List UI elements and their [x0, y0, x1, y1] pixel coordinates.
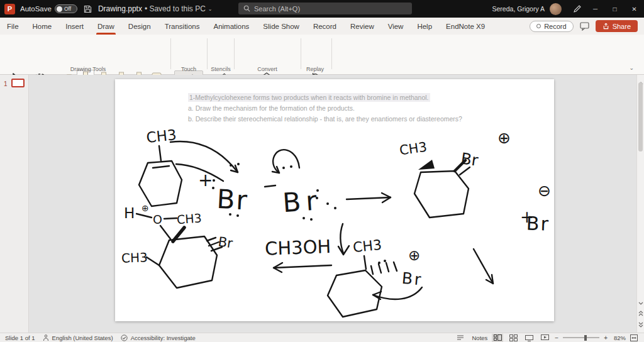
tab-animations[interactable]: Animations — [206, 18, 256, 35]
previous-slide-button[interactable] — [638, 307, 643, 319]
tabrow-right-cluster: Record Share — [530, 18, 644, 35]
slide-thumbnail-pane[interactable]: 1 — [0, 75, 29, 333]
accessibility-status[interactable]: Accessibility: Investigate — [131, 334, 196, 341]
group-label-replay: Replay — [304, 66, 326, 72]
next-slide-button[interactable] — [638, 319, 643, 330]
title-dropdown-chevron[interactable]: ⌄ — [208, 6, 213, 12]
fit-slide-icon — [630, 334, 638, 341]
ink-drawing[interactable]: CH3 + Br Br CH3 Br ⊕ + Br ⊖ H ⊕ O CH3 CH… — [115, 79, 554, 321]
ink-label-ch3-reactant: CH3 — [145, 126, 177, 146]
ink-label-br-right: Br — [282, 185, 323, 218]
fit-slide-to-window-button[interactable] — [630, 334, 638, 341]
tab-record[interactable]: Record — [306, 18, 343, 35]
statusbar-right-cluster: Notes − + 82% — [457, 334, 644, 342]
accessibility-person-icon — [43, 334, 49, 341]
vertical-scrollbar[interactable] — [636, 75, 644, 333]
slide-sorter-view-button[interactable] — [508, 334, 519, 342]
tab-design[interactable]: Design — [121, 18, 158, 35]
record-dot-icon — [536, 24, 541, 28]
comments-button[interactable] — [580, 22, 589, 31]
tab-draw[interactable]: Draw — [91, 18, 121, 35]
document-save-status: • Saved to this PC — [145, 4, 206, 13]
ink-label-ch3-ring-left: CH3 — [121, 250, 148, 265]
autosave-toggle[interactable]: Off — [55, 4, 77, 13]
inking-mode-button[interactable] — [569, 0, 586, 18]
minimize-button[interactable]: ─ — [586, 0, 605, 18]
autosave-state: Off — [64, 6, 71, 12]
reading-view-button[interactable] — [523, 334, 535, 342]
ink-label-ch3-cation: CH3 — [352, 237, 382, 256]
notes-toggle[interactable]: Notes — [472, 334, 487, 341]
notes-icon — [457, 334, 464, 341]
autosave-label: AutoSave — [20, 5, 52, 13]
normal-view-button[interactable] — [492, 334, 503, 342]
tab-file[interactable]: File — [0, 18, 26, 35]
slideshow-button[interactable] — [539, 334, 550, 342]
tab-insert[interactable]: Insert — [58, 18, 91, 35]
maximize-button[interactable]: □ — [605, 0, 625, 18]
user-avatar[interactable] — [550, 3, 562, 15]
save-button[interactable] — [84, 5, 92, 13]
collapse-ribbon-chevron[interactable]: ⌄ — [629, 65, 634, 71]
autosave-toggle-knob — [57, 6, 62, 12]
tab-help[interactable]: Help — [410, 18, 439, 35]
tab-slide-show[interactable]: Slide Show — [256, 18, 306, 35]
scroll-down-arrow[interactable] — [638, 296, 643, 307]
ink-label-h: H — [124, 205, 135, 221]
ink-label-o-plus-charge: ⊕ — [142, 203, 149, 213]
ribbon-draw-contents: ⌄ Drawing Tools Draw with Touch Touch Ru… — [0, 35, 644, 75]
zoom-percentage[interactable]: 82% — [612, 334, 626, 341]
group-label-drawing-tools: Drawing Tools — [13, 66, 164, 72]
share-button-label: Share — [613, 23, 631, 30]
chevron-down-icon — [638, 302, 643, 305]
document-title[interactable]: Drawing.pptx • Saved to this PC ⌄ — [98, 4, 213, 13]
accessibility-check-icon — [121, 334, 128, 341]
group-label-touch: Touch — [174, 66, 203, 72]
ribbon-separator — [234, 38, 235, 69]
zoom-in-button[interactable]: + — [604, 334, 608, 341]
titlebar-right-cluster: Sereda, Grigory A ─ □ ✕ — [492, 0, 644, 18]
title-bar: P AutoSave Off Drawing.pptx • Saved to t… — [0, 0, 644, 18]
slide-indicator[interactable]: Slide 1 of 1 — [5, 334, 35, 341]
ribbon-separator — [170, 38, 171, 69]
user-name[interactable]: Sereda, Grigory A — [492, 5, 545, 13]
tab-review[interactable]: Review — [343, 18, 381, 35]
ribbon-tab-bar: File Home Insert Draw Design Transitions… — [0, 18, 644, 35]
reading-view-icon — [525, 334, 533, 341]
tab-home[interactable]: Home — [26, 18, 59, 35]
ink-label-plus: + — [198, 170, 213, 190]
record-button-label: Record — [544, 23, 566, 30]
tab-view[interactable]: View — [381, 18, 411, 35]
scrollbar-thumb[interactable] — [638, 82, 643, 152]
search-icon — [243, 5, 250, 12]
double-chevron-down-icon — [638, 322, 643, 328]
zoom-slider-knob[interactable] — [584, 335, 587, 341]
language-indicator[interactable]: English (United States) — [52, 334, 113, 341]
close-button[interactable]: ✕ — [625, 0, 644, 18]
double-chevron-up-icon — [638, 311, 643, 316]
slide-thumbnail-selected[interactable] — [11, 79, 25, 87]
autosave-control[interactable]: AutoSave Off — [20, 4, 77, 13]
record-button[interactable]: Record — [530, 21, 573, 32]
ink-label-ch3-on-oxygen: CH3 — [176, 211, 202, 226]
zoom-out-button[interactable]: − — [555, 334, 558, 341]
ink-label-br-ring-left: Br — [217, 234, 234, 251]
search-placeholder: Search (Alt+Q) — [254, 5, 300, 13]
tab-transitions[interactable]: Transitions — [158, 18, 207, 35]
group-label-convert: Convert — [238, 66, 297, 72]
powerpoint-app-icon[interactable]: P — [4, 4, 15, 14]
slide-canvas[interactable]: 1-Methylcyclohexene forms two products w… — [115, 79, 554, 321]
slide-sorter-icon — [509, 334, 518, 341]
thumbnail-slide-number: 1 — [4, 80, 8, 87]
group-label-stencils: Stencils — [205, 66, 236, 72]
zoom-slider[interactable] — [563, 337, 599, 338]
ink-label-methanol: CH3OH — [265, 236, 331, 260]
ink-label-br-cation: Br — [401, 269, 424, 289]
ribbon-separator — [207, 38, 208, 69]
tab-endnote[interactable]: EndNote X9 — [439, 18, 492, 35]
search-box[interactable]: Search (Alt+Q) — [238, 3, 412, 14]
pen-icon — [573, 4, 582, 13]
share-button[interactable]: Share — [596, 20, 638, 32]
ink-strokes — [136, 141, 493, 317]
ink-label-br-left: Br — [216, 184, 249, 216]
